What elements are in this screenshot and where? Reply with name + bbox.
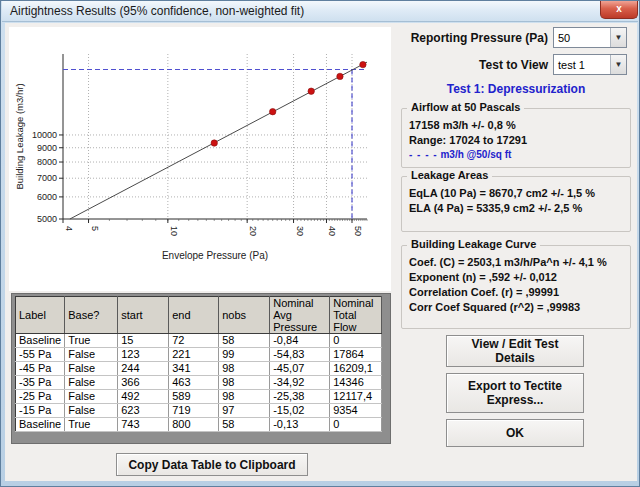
leakage-areas-group: Leakage Areas EqLA (10 Pa) = 8670,7 cm2 … — [401, 176, 631, 232]
chevron-down-icon[interactable]: ▼ — [610, 55, 626, 74]
table-cell: Baseline — [16, 418, 65, 432]
ok-button[interactable]: OK — [446, 419, 584, 447]
table-cell: True — [65, 418, 118, 432]
table-cell: 623 — [118, 404, 169, 418]
table-header-cell: Label — [16, 297, 65, 334]
x-tick-label: 30 — [295, 226, 305, 236]
table-cell: False — [65, 390, 118, 404]
table-cell: 14346 — [330, 376, 382, 390]
ela-value: ELA (4 Pa) = 5335,9 cm2 +/- 2,5 % — [409, 202, 623, 214]
table-cell: 16209,1 — [330, 362, 382, 376]
y-tick-label: 6000 — [37, 192, 57, 202]
table-cell: False — [65, 404, 118, 418]
close-button[interactable]: x — [600, 1, 638, 19]
table-row[interactable]: BaselineTrue74380058-0,130 — [16, 418, 382, 432]
correlation-value: Correlation Coef. (r) = ,99991 — [409, 286, 623, 298]
table-row[interactable]: BaselineTrue157258-0,840 — [16, 334, 382, 348]
table-cell: -45 Pa — [16, 362, 65, 376]
data-point — [269, 108, 275, 114]
table-cell: False — [65, 348, 118, 362]
copy-table-button[interactable]: Copy Data Table to Clipboard — [116, 453, 308, 476]
table-cell: 743 — [118, 418, 169, 432]
table-cell: 123 — [118, 348, 169, 362]
x-tick-label: 20 — [248, 226, 258, 236]
leakage-curve-group-title: Building Leakage Curve — [407, 238, 540, 250]
reporting-pressure-label: Reporting Pressure (Pa) — [345, 31, 548, 45]
corr-squared-value: Corr Coef Squared (r^2) = ,99983 — [409, 301, 623, 313]
results-table[interactable]: LabelBase?startendnobsNominal Avg Pressu… — [15, 296, 382, 432]
table-cell: -15 Pa — [16, 404, 65, 418]
table-cell: 719 — [169, 404, 219, 418]
table-cell: 492 — [118, 390, 169, 404]
table-row[interactable]: -35 PaFalse36646398-34,9214346 — [16, 376, 382, 390]
table-header-cell: start — [118, 297, 169, 334]
data-point — [211, 140, 217, 146]
table-cell: -34,92 — [270, 376, 330, 390]
table-cell: 98 — [219, 362, 270, 376]
table-header-row: LabelBase?startendnobsNominal Avg Pressu… — [16, 297, 382, 334]
table-cell: 800 — [169, 418, 219, 432]
table-cell: 589 — [169, 390, 219, 404]
table-cell: 58 — [219, 334, 270, 348]
table-cell: Baseline — [16, 334, 65, 348]
dialog-content: 5000600070008000900010000451020304050Env… — [5, 23, 637, 481]
airflow-group-title: Airflow at 50 Pascals — [407, 101, 524, 113]
leakage-curve-group: Building Leakage Curve Coef. (C) = 2503,… — [401, 245, 631, 329]
table-header-cell: nobs — [219, 297, 270, 334]
table-cell: 463 — [169, 376, 219, 390]
table-cell: 366 — [118, 376, 169, 390]
airflow-range: Range: 17024 to 17291 — [409, 134, 623, 146]
x-tick-label: 50 — [353, 226, 363, 236]
y-tick-label: 9000 — [37, 143, 57, 153]
table-header-cell: Nominal Avg Pressure — [270, 297, 330, 334]
close-icon: x — [616, 3, 622, 14]
title-bar[interactable]: Airtightness Results (95% confidence, no… — [2, 1, 638, 22]
test-heading: Test 1: Depressurization — [401, 82, 631, 96]
airflow-value: 17158 m3/h +/- 0,8 % — [409, 119, 623, 131]
test-to-view-select[interactable]: test 1 ▼ — [553, 54, 627, 75]
table-cell: 341 — [169, 362, 219, 376]
reporting-pressure-select[interactable]: 50 ▼ — [553, 27, 627, 48]
data-point — [337, 73, 343, 79]
y-tick-label: 10000 — [32, 130, 57, 140]
table-cell: 12117,4 — [330, 390, 382, 404]
table-cell: True — [65, 334, 118, 348]
view-edit-test-details-button[interactable]: View / Edit Test Details — [446, 335, 584, 367]
airflow-legend: - - - - m3/h @50/sq ft — [409, 149, 623, 160]
table-row[interactable]: -25 PaFalse49258998-25,3812117,4 — [16, 390, 382, 404]
table-cell: -55 Pa — [16, 348, 65, 362]
window-title: Airtightness Results (95% confidence, no… — [10, 4, 304, 18]
data-point — [308, 88, 314, 94]
airflow-group: Airflow at 50 Pascals 17158 m3/h +/- 0,8… — [401, 108, 631, 168]
table-row[interactable]: -45 PaFalse24434198-45,0716209,1 — [16, 362, 382, 376]
test-to-view-value: test 1 — [554, 59, 610, 71]
table-cell: 0 — [330, 334, 382, 348]
table-cell: -54,83 — [270, 348, 330, 362]
table-cell: 17864 — [330, 348, 382, 362]
table-cell: 9354 — [330, 404, 382, 418]
leakage-chart-panel: 5000600070008000900010000451020304050Env… — [9, 27, 391, 291]
table-cell: -0,13 — [270, 418, 330, 432]
table-cell: 99 — [219, 348, 270, 362]
export-to-tectite-button[interactable]: Export to Tectite Express... — [446, 373, 584, 413]
exponent-value: Exponent (n) = ,592 +/- 0,012 — [409, 271, 623, 283]
table-row[interactable]: -55 PaFalse12322199-54,8317864 — [16, 348, 382, 362]
table-cell: 244 — [118, 362, 169, 376]
y-axis-label: Building Leakage (m3/hr) — [14, 83, 25, 189]
x-axis-label: Envelope Pressure (Pa) — [162, 250, 268, 261]
table-cell: -25 Pa — [16, 390, 65, 404]
x-tick-label: 5 — [90, 226, 100, 231]
y-tick-label: 7000 — [37, 173, 57, 183]
table-cell: -45,07 — [270, 362, 330, 376]
y-tick-label: 5000 — [37, 214, 57, 224]
table-cell: 58 — [219, 418, 270, 432]
x-tick-label: 40 — [327, 226, 337, 236]
table-cell: -35 Pa — [16, 376, 65, 390]
table-row[interactable]: -15 PaFalse62371997-15,029354 — [16, 404, 382, 418]
chevron-down-icon[interactable]: ▼ — [610, 28, 626, 47]
table-cell: 98 — [219, 390, 270, 404]
airflow-legend-label: m3/h @50/sq ft — [440, 149, 511, 160]
table-cell: 221 — [169, 348, 219, 362]
table-cell: 72 — [169, 334, 219, 348]
table-header-cell: Nominal Total Flow — [330, 297, 382, 334]
